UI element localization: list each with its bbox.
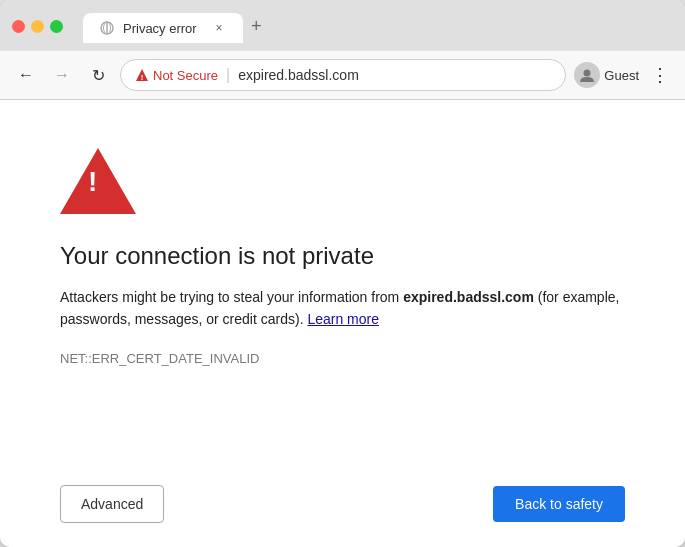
page-footer: Advanced Back to safety	[0, 485, 685, 547]
window-controls	[12, 20, 63, 33]
not-secure-badge: ! Not Secure	[135, 68, 218, 83]
tab-bar: Privacy error × +	[83, 10, 270, 43]
learn-more-link[interactable]: Learn more	[307, 311, 379, 327]
nav-right: Guest ⋮	[574, 60, 673, 90]
user-account-button[interactable]: Guest	[574, 62, 639, 88]
new-tab-button[interactable]: +	[243, 10, 270, 43]
error-title: Your connection is not private	[60, 242, 625, 270]
minimize-window-button[interactable]	[31, 20, 44, 33]
warning-icon: !	[135, 68, 149, 82]
warning-triangle-icon	[60, 148, 136, 214]
svg-text:!: !	[141, 73, 144, 82]
close-window-button[interactable]	[12, 20, 25, 33]
not-secure-label: Not Secure	[153, 68, 218, 83]
user-label: Guest	[604, 68, 639, 83]
tab-favicon	[99, 20, 115, 36]
browser-menu-button[interactable]: ⋮	[647, 60, 673, 90]
back-button[interactable]: ←	[12, 61, 40, 89]
svg-point-5	[584, 70, 591, 77]
user-avatar	[574, 62, 600, 88]
navigation-bar: ← → ↻ ! Not Secure | expired.badssl.com	[0, 51, 685, 100]
address-bar[interactable]: ! Not Secure | expired.badssl.com	[120, 59, 566, 91]
address-separator: |	[226, 66, 230, 84]
browser-window: Privacy error × + ← → ↻ ! Not Secure |	[0, 0, 685, 547]
error-description-part1: Attackers might be trying to steal your …	[60, 289, 403, 305]
tab-title: Privacy error	[123, 21, 197, 36]
title-bar-top: Privacy error × +	[12, 10, 673, 43]
title-bar: Privacy error × +	[0, 0, 685, 51]
back-to-safety-button[interactable]: Back to safety	[493, 486, 625, 522]
page-content: Your connection is not private Attackers…	[0, 100, 685, 485]
url-text: expired.badssl.com	[238, 67, 359, 83]
error-code: NET::ERR_CERT_DATE_INVALID	[60, 351, 625, 366]
active-tab[interactable]: Privacy error ×	[83, 13, 243, 43]
error-description: Attackers might be trying to steal your …	[60, 286, 620, 331]
reload-button[interactable]: ↻	[84, 61, 112, 89]
maximize-window-button[interactable]	[50, 20, 63, 33]
advanced-button[interactable]: Advanced	[60, 485, 164, 523]
forward-button[interactable]: →	[48, 61, 76, 89]
error-domain: expired.badssl.com	[403, 289, 534, 305]
error-icon	[60, 148, 625, 218]
tab-close-button[interactable]: ×	[211, 20, 227, 36]
